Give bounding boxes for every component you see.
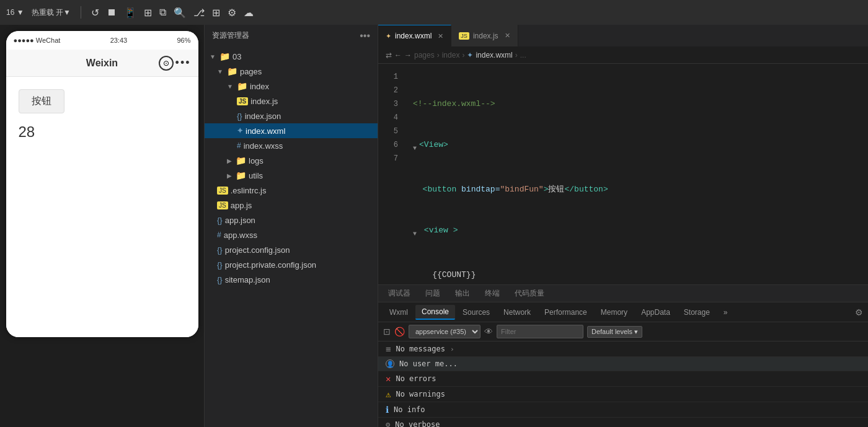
debug-tab-output[interactable]: 输出: [453, 285, 472, 302]
debug-tab-quality[interactable]: 代码质量: [512, 285, 547, 302]
json-icon-index: {}: [237, 112, 242, 121]
layout-icon[interactable]: ⊞: [144, 7, 152, 19]
console-tab-network[interactable]: Network: [497, 306, 537, 319]
no-info-text: No info: [394, 405, 425, 414]
file-index-json[interactable]: {} index.json: [205, 108, 378, 123]
phone-nav-more[interactable]: •••: [175, 56, 191, 69]
index-folder[interactable]: ▼ 📁 index: [205, 79, 378, 94]
fold-arrow-4[interactable]: ▼: [413, 227, 417, 241]
console-tab-wxml[interactable]: Wxml: [383, 306, 414, 319]
logs-folder-label: logs: [249, 156, 264, 165]
bc-sep-1: pages: [414, 51, 435, 59]
pages-folder[interactable]: ▼ 📁 pages: [205, 64, 378, 79]
cloud-icon[interactable]: ☁: [244, 7, 254, 19]
bc-wxml-file: index.wxml: [476, 51, 512, 59]
editor-area: ✦ index.wxml ✕ JS index.js ✕ ⇄ ← → pages…: [378, 25, 868, 427]
root-folder[interactable]: ▼ 📁 03: [205, 49, 378, 64]
explorer-more-icon[interactable]: •••: [360, 30, 370, 42]
console-tab-performance[interactable]: Performance: [538, 306, 593, 319]
line-num-1: 1: [383, 70, 398, 84]
code-button-close: >: [544, 183, 549, 196]
file-eslintrc[interactable]: JS .eslintrc.js: [205, 183, 378, 198]
console-filter-input[interactable]: [497, 325, 583, 338]
eye-icon[interactable]: 👁: [484, 327, 493, 337]
file-index-wxml-label: index.wxml: [246, 126, 285, 136]
console-no-messages: ≡ No messages ›: [378, 341, 868, 357]
tab-index-wxml[interactable]: ✦ index.wxml ✕: [378, 25, 451, 46]
no-errors-text: No errors: [396, 374, 436, 383]
bc-back[interactable]: ←: [394, 51, 402, 59]
version-label[interactable]: 16 ▼: [6, 8, 24, 17]
default-levels-btn[interactable]: Default levels ▾: [587, 326, 642, 338]
console-ban-icon[interactable]: 🚫: [394, 327, 405, 337]
utils-folder[interactable]: ▶ 📁 utils: [205, 168, 378, 183]
fold-arrow-2[interactable]: ▼: [413, 142, 417, 156]
console-tab-memory[interactable]: Memory: [595, 306, 634, 319]
console-no-info: ℹ No info: [378, 402, 868, 418]
search-icon[interactable]: 🔍: [174, 7, 186, 19]
stop-icon[interactable]: ⏹: [107, 7, 117, 18]
console-tab-storage[interactable]: Storage: [678, 306, 716, 319]
code-content[interactable]: <!--index.wxml--> ▼ <View> <button bindt…: [403, 64, 868, 284]
editor-tab-bar: ✦ index.wxml ✕ JS index.js ✕: [378, 25, 868, 46]
appservice-select[interactable]: appservice (#35): [409, 325, 480, 338]
file-project-config[interactable]: {} project.config.json: [205, 242, 378, 257]
file-sitemap[interactable]: {} sitemap.json: [205, 272, 378, 287]
verbose-icon: ⚙: [386, 420, 390, 427]
bc-forward[interactable]: →: [404, 51, 412, 59]
error-icon: ✕: [386, 374, 391, 384]
code-indent-4: [419, 224, 424, 237]
logs-folder[interactable]: ▶ 📁 logs: [205, 153, 378, 168]
line-num-6: 6: [383, 138, 398, 152]
file-eslintrc-label: .eslintrc.js: [231, 186, 267, 195]
console-tab-appdata[interactable]: AppData: [635, 306, 676, 319]
code-indent-3: [413, 183, 423, 196]
copy-icon[interactable]: ⧉: [159, 7, 166, 18]
logs-folder-icon: 📁: [236, 156, 246, 165]
console-tab-console[interactable]: Console: [415, 305, 455, 320]
settings-icon[interactable]: ⚙: [855, 307, 863, 317]
phone-icon[interactable]: 📱: [124, 7, 136, 19]
file-index-js[interactable]: JS index.js: [205, 94, 378, 108]
console-no-warnings: ⚠ No warnings: [378, 387, 868, 402]
tab-js-close[interactable]: ✕: [505, 32, 510, 40]
line-num-2: 2: [383, 84, 398, 97]
console-tab-sources[interactable]: Sources: [456, 306, 496, 319]
file-project-private[interactable]: {} project.private.config.json: [205, 257, 378, 272]
phone-carrier: ●●●●● WeChat: [14, 37, 61, 44]
code-line-1: <!--index.wxml-->: [413, 97, 858, 111]
console-cursor-icon[interactable]: ⊡: [383, 327, 391, 337]
code-editor[interactable]: 1 2 3 4 5 6 7 <!--index.wxml--> ▼ <View>: [378, 64, 868, 284]
grid-icon[interactable]: ⊞: [212, 7, 220, 19]
file-index-wxml[interactable]: ✦ index.wxml: [205, 123, 378, 138]
refresh-icon[interactable]: ↺: [91, 7, 99, 19]
code-bindtap-attr: bindtap=: [461, 183, 500, 196]
line-num-4: 4: [383, 111, 398, 125]
bc-sep-arrow-3: ›: [515, 51, 518, 59]
utils-folder-icon: 📁: [236, 170, 246, 180]
phone-nav-dot[interactable]: ⊙: [159, 56, 174, 71]
debug-tab-debugger[interactable]: 调试器: [386, 285, 413, 302]
git-icon[interactable]: ⎇: [193, 7, 205, 19]
debug-tab-problems[interactable]: 问题: [423, 285, 443, 302]
file-project-private-label: project.private.config.json: [225, 260, 316, 270]
phone-battery: 96%: [177, 37, 190, 44]
file-index-wxss[interactable]: # index.wxss: [205, 138, 378, 153]
js-tab-icon: JS: [459, 32, 469, 40]
file-app-json[interactable]: {} app.json: [205, 213, 378, 227]
config-icon[interactable]: ⚙: [228, 7, 236, 19]
no-messages-arrow[interactable]: ›: [450, 345, 454, 353]
hot-reload-label[interactable]: 热重载 开▼: [32, 7, 71, 18]
file-app-json-label: app.json: [225, 216, 255, 225]
phone-button[interactable]: 按钮: [19, 89, 64, 113]
line-numbers: 1 2 3 4 5 6 7: [378, 64, 403, 284]
file-app-js[interactable]: JS app.js: [205, 198, 378, 213]
debug-top-tabs: 调试器 问题 输出 终端 代码质量: [378, 285, 868, 302]
debug-tab-terminal[interactable]: 终端: [482, 285, 502, 302]
tab-index-js[interactable]: JS index.js ✕: [451, 25, 518, 46]
line-num-3: 3: [383, 97, 398, 111]
file-project-config-label: project.config.json: [225, 245, 290, 255]
file-app-wxss[interactable]: # app.wxss: [205, 227, 378, 242]
console-tab-more[interactable]: »: [717, 306, 734, 319]
tab-wxml-close[interactable]: ✕: [438, 32, 443, 40]
